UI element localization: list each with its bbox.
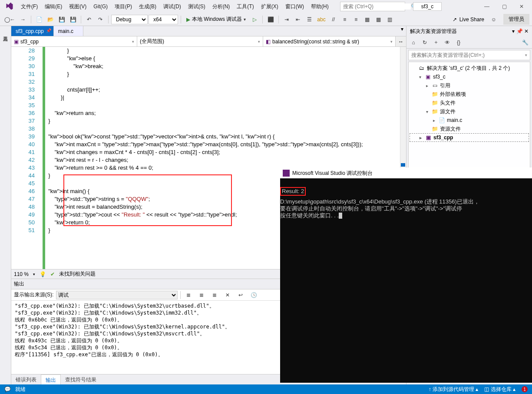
- sol-sync[interactable]: ↻: [420, 37, 430, 48]
- undo-button[interactable]: ↶: [84, 14, 94, 25]
- menu-视图[interactable]: 视图(V): [66, 0, 90, 13]
- zoom-level[interactable]: 110 %: [14, 271, 29, 277]
- config-select[interactable]: Debug: [111, 15, 148, 24]
- sol-wrench[interactable]: 🔧: [520, 37, 530, 48]
- statusbar: 💬 就绪 ↑ 添加到源代码管理 ▴◫ 选择仓库 ▴ 1: [0, 384, 532, 394]
- bottom-tab-1[interactable]: 输出: [41, 374, 61, 384]
- out-time[interactable]: 🕓: [248, 290, 259, 300]
- bottom-tab-2[interactable]: 查找符号结果: [61, 374, 101, 384]
- sol-home[interactable]: ⌂: [408, 37, 419, 48]
- debug-console-window[interactable]: Microsoft Visual Studio 调试控制台 Result: 2 …: [280, 167, 532, 383]
- tool-b[interactable]: ⇥: [281, 14, 292, 25]
- close-button[interactable]: ✕: [513, 0, 530, 13]
- tool-k[interactable]: ▥: [385, 14, 395, 25]
- sol-bracket[interactable]: {}: [453, 37, 464, 48]
- new-project-button[interactable]: 📄: [34, 14, 44, 25]
- solution-name-label: sf3_c: [413, 2, 442, 11]
- status-comment-icon[interactable]: 💬: [4, 386, 11, 392]
- tool-j[interactable]: ▦: [373, 14, 384, 25]
- line-gutter: 2829303132333435363738394041424344454647…: [11, 47, 43, 269]
- menu-项目[interactable]: 项目(P): [111, 0, 135, 13]
- menu-编辑[interactable]: 编辑(E): [41, 0, 66, 13]
- menu-窗口[interactable]: 窗口(W): [282, 0, 307, 13]
- output-source-select[interactable]: 调试: [56, 291, 178, 299]
- menu-测试[interactable]: 测试(S): [185, 0, 209, 13]
- nav-scope-left[interactable]: ▣sf3_cpp▾: [11, 36, 137, 46]
- file-tab-main.c[interactable]: main.c: [54, 26, 83, 36]
- tree-item-源文件[interactable]: ▾📁源文件: [410, 107, 529, 116]
- tree-item-main.c[interactable]: ▸📄main.c: [410, 116, 529, 125]
- out-tool-2[interactable]: ≣: [196, 290, 207, 300]
- run-button[interactable]: ▶ 本地 Windows 调试器 ▾: [184, 16, 248, 23]
- menu-文件[interactable]: 文件(F): [17, 0, 41, 13]
- file-tab-sf3_cpp.cpp[interactable]: sf3_cpp.cpp📌✕: [11, 26, 54, 36]
- save-button[interactable]: 💾: [56, 14, 67, 25]
- tool-i[interactable]: ▦: [362, 14, 373, 25]
- menu-分析[interactable]: 分析(N): [209, 0, 234, 13]
- out-tool-3[interactable]: ≣: [209, 290, 220, 300]
- tree-item-外部依赖项[interactable]: 📁外部依赖项: [410, 90, 529, 98]
- menu-生成[interactable]: 生成(B): [135, 0, 160, 13]
- maximize-button[interactable]: ▢: [496, 0, 513, 13]
- tabs-overflow[interactable]: ▾: [398, 26, 406, 36]
- sol-plus[interactable]: ＋: [431, 37, 441, 48]
- console-output-text: D:\mysetup\gopath\src\dsy\sf3_c\x64\Debu…: [280, 198, 479, 219]
- live-share-button[interactable]: ↗ Live Share: [449, 16, 488, 23]
- tree-item-资源文件[interactable]: 📁资源文件: [410, 125, 529, 133]
- menu-Git[interactable]: Git(G): [90, 0, 111, 13]
- tool-e[interactable]: abc: [315, 14, 327, 25]
- open-button[interactable]: 📂: [45, 14, 56, 25]
- forward-button[interactable]: →: [18, 14, 28, 25]
- tool-a[interactable]: ⬛: [265, 14, 276, 25]
- menu-帮助[interactable]: 帮助(H): [307, 0, 332, 13]
- lightbulb-icon[interactable]: 💡: [40, 271, 46, 277]
- tool-d[interactable]: ☰: [304, 14, 314, 25]
- status-item[interactable]: ◫ 选择仓库 ▴: [484, 386, 515, 393]
- out-tool-1[interactable]: ≣: [183, 290, 194, 300]
- menu-扩展[interactable]: 扩展(X): [258, 0, 282, 13]
- sol-dropdown[interactable]: ▾: [512, 28, 515, 34]
- save-all-button[interactable]: 💾: [68, 14, 78, 25]
- titlebar-search-input[interactable]: [340, 3, 411, 10]
- console-titlebar[interactable]: Microsoft Visual Studio 调试控制台: [280, 168, 532, 178]
- tool-h[interactable]: ≡: [351, 14, 361, 25]
- live-share-icon: ↗: [453, 16, 457, 23]
- tool-f[interactable]: //: [328, 14, 339, 25]
- tree-item-头文件[interactable]: 📁头文件: [410, 98, 529, 107]
- tree-item-sf3_cpp[interactable]: ▸▣sf3_cpp: [410, 133, 529, 142]
- redo-button[interactable]: ↷: [95, 14, 106, 25]
- window-controls: — ▢ ✕: [478, 0, 530, 13]
- menu-工具[interactable]: 工具(T): [233, 0, 257, 13]
- out-clear[interactable]: ✕: [222, 290, 233, 300]
- console-icon: [283, 170, 290, 177]
- tool-c[interactable]: ⇤: [293, 14, 303, 25]
- platform-select[interactable]: x64: [149, 15, 178, 24]
- solution-search-input[interactable]: [409, 52, 522, 58]
- sol-view[interactable]: 👁: [442, 37, 453, 48]
- solution-search[interactable]: ▾: [408, 50, 530, 60]
- titlebar-search[interactable]: 🔍: [340, 2, 405, 11]
- tree-item-sf3_c[interactable]: ▾▣sf3_c: [410, 72, 529, 81]
- nav-scope-mid[interactable]: (全局范围)▾: [137, 36, 263, 46]
- menubar: 文件(F)编辑(E)视图(V)Git(G)项目(P)生成(B)调试(D)测试(S…: [17, 0, 332, 13]
- output-source-label: 显示输出来源(S):: [14, 291, 53, 299]
- sol-pin[interactable]: 📌: [516, 28, 523, 34]
- back-button[interactable]: ◯←: [3, 14, 17, 25]
- split-editor-button[interactable]: ↔: [396, 36, 406, 46]
- start-without-debug[interactable]: ▷: [249, 14, 260, 25]
- output-title: 输出: [14, 280, 24, 288]
- sol-close[interactable]: ✕: [524, 28, 529, 34]
- rail-toolbox[interactable]: 工具箱: [1, 30, 10, 36]
- status-badge[interactable]: 1: [522, 386, 528, 392]
- solution-root[interactable]: 🗂 解决方案 'sf3_c' (2 个项目，共 2 个): [410, 64, 529, 72]
- bottom-tab-0[interactable]: 错误列表: [11, 374, 41, 384]
- issue-status: 未找到相关问题: [59, 270, 96, 278]
- out-wrap[interactable]: ↩: [235, 290, 246, 300]
- menu-调试[interactable]: 调试(D): [160, 0, 185, 13]
- status-item[interactable]: ↑ 添加到源代码管理 ▴: [429, 386, 479, 393]
- nav-scope-right[interactable]: ◧balancedString(const std::string & str)…: [263, 36, 396, 46]
- feedback-icon[interactable]: ☺: [489, 14, 499, 25]
- tree-item-引用[interactable]: ▸▭引用: [410, 81, 529, 90]
- tool-g[interactable]: ≡: [340, 14, 350, 25]
- minimize-button[interactable]: —: [478, 0, 496, 13]
